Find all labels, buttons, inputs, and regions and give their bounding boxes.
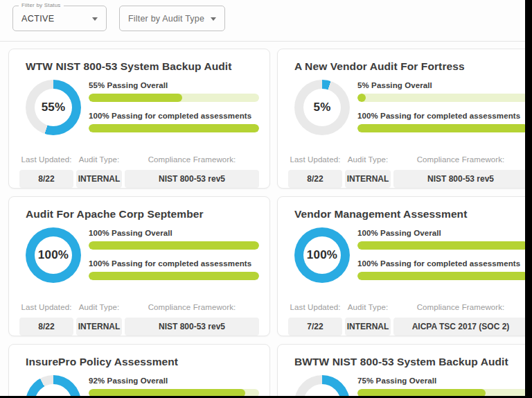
overall-bar-label: 55% Passing Overall [89, 81, 259, 90]
overall-bar-label: 92% Passing Overall [89, 377, 259, 386]
chevron-down-icon [92, 17, 98, 21]
completed-progress-fill [89, 124, 259, 132]
compliance-framework-label: Compliance Framework: [125, 303, 259, 311]
audit-card-title: Vendor Management Assessment [278, 197, 525, 220]
overall-progress-bar [357, 94, 525, 102]
meta-values-row: 7/22 INTERNAL AICPA TSC 2017 (SOC 2) [278, 318, 525, 336]
audit-card-title: WTW NIST 800-53 System Backup Audit [9, 49, 269, 73]
audit-type-value: INTERNAL [76, 318, 122, 336]
compliance-framework-value: NIST 800-53 rev5 [125, 170, 259, 188]
passing-donut-chart: 100% [26, 227, 81, 283]
meta-labels-row: Last Updated: Audit Type: Compliance Fra… [9, 155, 269, 164]
completed-progress-fill [89, 272, 259, 280]
completed-progress-fill [357, 124, 525, 132]
last-updated-value: 8/22 [288, 170, 342, 188]
last-updated-value: 8/22 [19, 318, 73, 336]
overall-bar-label: 5% Passing Overall [357, 81, 525, 90]
audit-dashboard-screen: Filter by Status ACTIVE Filter by Audit … [0, 0, 532, 398]
completed-progress-bar [89, 124, 259, 132]
overall-progress-fill [357, 94, 366, 102]
completed-bar-label: 100% Passing for completed assessments [89, 112, 259, 121]
overall-progress-bar [357, 389, 525, 396]
audit-type-value: INTERNAL [76, 170, 122, 188]
compliance-framework-value: AICPA TSC 2017 (SOC 2) [393, 318, 525, 336]
filter-bar: Filter by Status ACTIVE Filter by Audit … [0, 0, 525, 42]
overall-bar-label: 100% Passing Overall [89, 229, 259, 238]
status-filter-value: ACTIVE [21, 6, 55, 31]
last-updated-value: 7/22 [288, 318, 342, 336]
audit-card-wtw-nist[interactable]: WTW NIST 800-53 System Backup Audit 55% … [8, 49, 270, 189]
meta-values-row: 8/22 INTERNAL NIST 800-53 rev5 [9, 170, 269, 188]
compliance-framework-value: NIST 800-53 rev5 [125, 318, 259, 336]
meta-values-row: 8/22 INTERNAL NIST 800-53 rev5 [278, 170, 525, 188]
audit-type-filter-placeholder: Filter by Audit Type [128, 6, 204, 31]
overall-progress-fill [89, 241, 259, 250]
completed-bar-label: 100% Passing for completed assessments [357, 112, 525, 121]
completed-bar-label: 100% Passing for completed assessments [89, 259, 259, 268]
audit-type-filter-select[interactable]: Filter by Audit Type [119, 6, 225, 31]
completed-progress-bar [89, 272, 259, 280]
progress-bars: 5% Passing Overall 100% Passing for comp… [357, 80, 525, 142]
overall-progress-fill [357, 389, 486, 396]
progress-bars: 75% Passing Overall [357, 375, 525, 396]
completed-bar-label: 100% Passing for completed assessments [357, 259, 525, 268]
status-filter-select[interactable]: Filter by Status ACTIVE [12, 6, 107, 31]
overall-progress-fill [357, 241, 525, 250]
audit-type-label: Audit Type: [345, 303, 391, 311]
last-updated-label: Last Updated: [288, 155, 342, 164]
compliance-framework-label: Compliance Framework: [393, 155, 525, 164]
dashboard-content: Filter by Status ACTIVE Filter by Audit … [0, 0, 525, 396]
completed-progress-fill [357, 272, 525, 280]
audit-card-vendor-mgmt[interactable]: Vendor Management Assessment 100% 100% P… [277, 196, 525, 336]
overall-progress-bar [357, 241, 525, 250]
progress-bars: 100% Passing Overall 100% Passing for co… [357, 227, 525, 290]
audit-card-apache[interactable]: Audit For Apache Corp September 100% 100… [8, 196, 270, 336]
chevron-down-icon [211, 17, 216, 21]
overall-bar-label: 100% Passing Overall [357, 229, 525, 238]
compliance-framework-value: NIST 800-53 rev5 [393, 170, 525, 188]
last-updated-value: 8/22 [19, 170, 73, 188]
audit-card-grid: WTW NIST 800-53 System Backup Audit 55% … [0, 42, 525, 396]
passing-donut-chart: 75% [294, 375, 350, 396]
donut-percent-label: 5% [314, 101, 331, 114]
passing-donut-chart: 55% [26, 80, 81, 135]
completed-progress-bar [357, 124, 525, 132]
passing-donut-chart: 5% [294, 80, 350, 135]
compliance-framework-label: Compliance Framework: [125, 155, 259, 164]
overall-progress-fill [89, 389, 245, 396]
meta-labels-row: Last Updated: Audit Type: Compliance Fra… [9, 303, 269, 311]
audit-card-title: BWTW NIST 800-53 System Backup Audit [278, 345, 525, 368]
meta-values-row: 8/22 INTERNAL NIST 800-53 rev5 [9, 318, 269, 336]
audit-card-insurepro[interactable]: InsurePro Policy Assessment 92% 92% Pass… [8, 344, 270, 396]
last-updated-label: Last Updated: [288, 303, 342, 311]
progress-bars: 55% Passing Overall 100% Passing for com… [89, 80, 259, 142]
completed-progress-bar [357, 272, 525, 280]
audit-type-label: Audit Type: [76, 303, 122, 311]
last-updated-label: Last Updated: [19, 155, 73, 164]
audit-type-label: Audit Type: [345, 155, 391, 164]
donut-percent-label: 100% [38, 248, 69, 262]
passing-donut-chart: 92% [26, 375, 81, 396]
audit-card-fortress[interactable]: A New Vendor Audit For Fortress 5% 5% Pa… [277, 49, 525, 189]
passing-donut-chart: 100% [294, 227, 350, 283]
audit-type-value: INTERNAL [345, 170, 391, 188]
donut-percent-label: 100% [307, 248, 337, 262]
meta-labels-row: Last Updated: Audit Type: Compliance Fra… [278, 155, 525, 164]
audit-card-title: Audit For Apache Corp September [9, 197, 269, 220]
audit-type-value: INTERNAL [345, 318, 391, 336]
audit-card-title: InsurePro Policy Assessment [9, 345, 269, 368]
audit-card-title: A New Vendor Audit For Fortress [278, 49, 525, 73]
overall-progress-bar [89, 94, 259, 102]
overall-progress-bar [89, 389, 259, 396]
compliance-framework-label: Compliance Framework: [393, 303, 525, 311]
overall-bar-label: 75% Passing Overall [357, 377, 525, 386]
last-updated-label: Last Updated: [19, 303, 73, 311]
meta-labels-row: Last Updated: Audit Type: Compliance Fra… [278, 303, 525, 311]
donut-percent-label: 55% [42, 101, 66, 114]
audit-type-label: Audit Type: [76, 155, 122, 164]
progress-bars: 92% Passing Overall [89, 375, 259, 396]
overall-progress-bar [89, 241, 259, 250]
audit-card-bwtw-nist[interactable]: BWTW NIST 800-53 System Backup Audit 75%… [277, 344, 525, 396]
overall-progress-fill [89, 94, 182, 102]
progress-bars: 100% Passing Overall 100% Passing for co… [89, 227, 259, 290]
